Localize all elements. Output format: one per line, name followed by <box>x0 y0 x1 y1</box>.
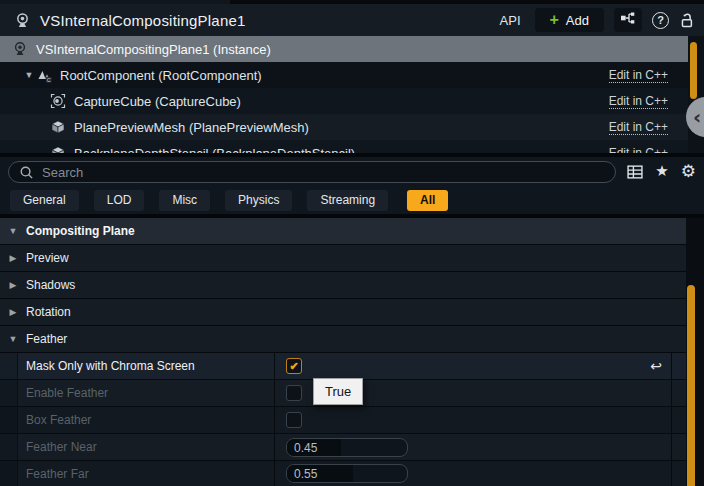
api-link[interactable]: API <box>500 13 521 28</box>
favorites-star-icon[interactable]: ★ <box>655 164 668 179</box>
tree-row-capturecube[interactable]: CaptureCube (CaptureCube) Edit in C++ <box>0 88 688 114</box>
filter-misc[interactable]: Misc <box>159 190 210 211</box>
tree-row-rootcomponent[interactable]: ▼ C RootComponent (RootComponent) Edit i… <box>0 62 688 88</box>
indent-strip <box>0 407 18 433</box>
details-scrollbar-thumb[interactable] <box>687 285 695 486</box>
search-row: ★ ⚙ <box>0 157 704 186</box>
enable-feather-checkbox[interactable] <box>286 385 302 401</box>
chevron-right-icon: ▶ <box>0 280 26 290</box>
property-label: Feather Far <box>18 461 275 486</box>
feather-near-input[interactable]: 0.45 <box>286 438 408 457</box>
category-compositing-plane[interactable]: ▼ Compositing Plane <box>0 218 686 245</box>
chevron-down-icon: ▼ <box>0 226 26 236</box>
property-label: Enable Feather <box>18 380 275 406</box>
unlock-icon[interactable] <box>679 12 694 29</box>
filter-physics[interactable]: Physics <box>225 190 292 211</box>
page-title: VSInternalCompositingPlane1 <box>40 12 246 29</box>
mask-only-checkbox[interactable]: ✔ <box>286 358 302 374</box>
reset-column <box>672 461 686 486</box>
edit-in-cpp-link[interactable]: Edit in C++ <box>609 68 668 83</box>
feather-far-input[interactable]: 0.55 <box>286 464 408 483</box>
value-tooltip: True <box>313 378 363 405</box>
component-tree: VSInternalCompositingPlane1 (Instance) ▼… <box>0 36 704 153</box>
search-input[interactable] <box>8 161 616 183</box>
reset-column <box>672 407 686 433</box>
tree-row-instance[interactable]: VSInternalCompositingPlane1 (Instance) <box>0 36 688 62</box>
static-mesh-icon <box>50 119 66 135</box>
tree-row-planepreviewmesh[interactable]: PlanePreviewMesh (PlanePreviewMesh) Edit… <box>0 114 688 140</box>
help-icon[interactable]: ? <box>652 12 669 29</box>
indent-strip <box>0 380 18 406</box>
edit-in-cpp-link[interactable]: Edit in C++ <box>609 120 668 135</box>
category-rotation[interactable]: ▶ Rotation <box>0 299 686 326</box>
add-component-button[interactable]: + Add <box>535 8 604 32</box>
edit-in-cpp-link[interactable]: Edit in C++ <box>609 146 668 154</box>
row-feather-far: Feather Far 0.55 <box>0 461 686 486</box>
webcam-icon <box>12 41 28 57</box>
tree-scrollbar-thumb[interactable] <box>690 42 697 99</box>
box-feather-checkbox[interactable] <box>286 412 302 428</box>
property-label: Box Feather <box>18 407 275 433</box>
reset-column <box>672 380 686 406</box>
chevron-down-icon: ▼ <box>0 334 26 344</box>
chevron-down-icon[interactable]: ▼ <box>22 70 36 80</box>
filter-row: General LOD Misc Physics Streaming All <box>0 186 704 214</box>
category-feather[interactable]: ▼ Feather <box>0 326 686 353</box>
reset-column <box>672 353 686 379</box>
category-preview[interactable]: ▶ Preview <box>0 245 686 272</box>
edit-in-cpp-link[interactable]: Edit in C++ <box>609 94 668 109</box>
row-feather-near: Feather Near 0.45 <box>0 434 686 461</box>
static-mesh-icon <box>50 145 66 153</box>
indent-strip <box>0 434 18 460</box>
filter-lod[interactable]: LOD <box>94 190 145 211</box>
details-list: ▼ Compositing Plane ▶ Preview ▶ Shadows … <box>0 218 704 486</box>
reset-to-default-icon[interactable]: ↩ <box>650 359 662 373</box>
indent-strip <box>0 353 18 379</box>
row-mask-only-with-chroma-screen: Mask Only with Chroma Screen ✔ ↩ <box>0 353 686 380</box>
plus-icon: + <box>550 12 559 28</box>
check-icon: ✔ <box>289 360 298 373</box>
edit-blueprint-button[interactable] <box>614 8 642 32</box>
property-label: Feather Near <box>18 434 275 460</box>
row-box-feather: Box Feather <box>0 407 686 434</box>
grid-view-icon[interactable] <box>627 165 643 179</box>
reset-column <box>672 434 686 460</box>
chevron-left-icon: ‹ <box>693 105 701 129</box>
titlebar: VSInternalCompositingPlane1 API + Add <box>0 4 704 36</box>
tree-row-backplanedepthstencil[interactable]: BackplaneDepthStencil (BackplaneDepthSte… <box>0 140 688 153</box>
svg-text:C: C <box>47 77 51 83</box>
search-field[interactable] <box>42 165 542 180</box>
details-panel-window: VSInternalCompositingPlane1 API + Add <box>0 0 704 486</box>
scene-component-icon: C <box>36 67 52 83</box>
blueprint-graph-icon <box>620 11 636 29</box>
capture-cube-icon <box>50 93 66 109</box>
chevron-right-icon: ▶ <box>0 307 26 317</box>
settings-gear-icon[interactable]: ⚙ <box>681 163 696 180</box>
filter-all[interactable]: All <box>407 190 448 211</box>
property-label: Mask Only with Chroma Screen <box>18 353 275 379</box>
webcam-icon <box>14 12 31 29</box>
search-icon <box>19 165 34 180</box>
filter-streaming[interactable]: Streaming <box>307 190 388 211</box>
category-shadows[interactable]: ▶ Shadows <box>0 272 686 299</box>
chevron-right-icon: ▶ <box>0 253 26 263</box>
filter-general[interactable]: General <box>10 190 79 211</box>
indent-strip <box>0 461 18 486</box>
